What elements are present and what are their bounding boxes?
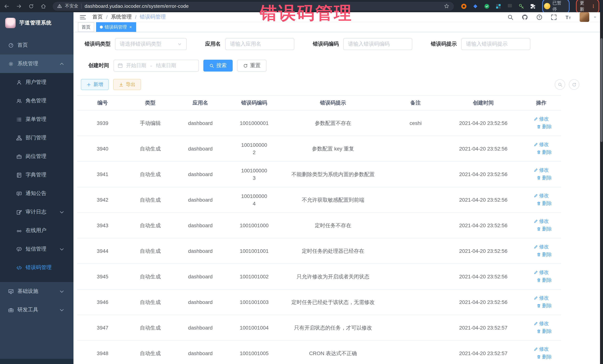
search-button[interactable]: 搜索 — [203, 60, 233, 72]
add-button[interactable]: 新增 — [81, 79, 109, 90]
edit-link[interactable]: 修改 — [533, 243, 549, 251]
filter-label: 错误码编码 — [313, 41, 339, 47]
sidebar-item-11[interactable]: 短信管理 — [0, 240, 73, 258]
table-row: 3946自动生成dashboard1001001003定时任务已经处于该状态，无… — [77, 289, 561, 315]
browser-forward-icon[interactable] — [16, 3, 22, 9]
delete-link[interactable]: 删除 — [537, 328, 552, 335]
export-button[interactable]: 导出 — [113, 79, 141, 90]
toggle-search-button[interactable] — [555, 79, 565, 90]
filter-input-1[interactable]: 请输入应用名 — [225, 38, 294, 50]
pencil-icon — [533, 168, 538, 172]
delete-link[interactable]: 删除 — [537, 225, 552, 233]
breadcrumb-item-1[interactable]: 系统管理 — [111, 14, 132, 20]
scrollbar-thumb[interactable] — [600, 38, 603, 142]
date-range-picker[interactable]: 开始日期 - 结束日期 — [114, 60, 199, 72]
url-text[interactable]: dashboard.yudao.iocoder.cn/system/error-… — [85, 3, 189, 9]
audit-icon — [16, 209, 22, 215]
delete-link[interactable]: 删除 — [537, 174, 552, 182]
error-type-select[interactable]: 请选择错误码类型 — [115, 38, 187, 50]
browser-menu-icon[interactable]: ⋮ — [591, 3, 596, 9]
fullscreen-icon[interactable] — [551, 14, 557, 20]
delete-link[interactable]: 删除 — [537, 276, 552, 284]
filter-item-3: 错误码提示请输入错误码提示 — [431, 38, 530, 50]
sidebar-item-9[interactable]: 审计日志 — [0, 203, 73, 221]
tab-1[interactable]: 错误码管理 — [96, 22, 136, 32]
extension-key-icon[interactable] — [518, 3, 524, 9]
edit-link[interactable]: 修改 — [533, 115, 549, 123]
filter-input-2[interactable]: 请输入错误码编码 — [343, 38, 412, 50]
delete-link[interactable]: 删除 — [537, 123, 552, 131]
filter-label: 错误码提示 — [431, 41, 457, 47]
extension-ring-icon[interactable] — [461, 3, 467, 9]
sidebar-item-5[interactable]: 部门管理 — [0, 129, 73, 147]
edit-link[interactable]: 修改 — [533, 166, 549, 174]
browser-home-icon[interactable] — [40, 3, 46, 9]
update-button[interactable]: 更新 ⋮ — [576, 0, 599, 14]
sidebar-item-4[interactable]: 菜单管理 — [0, 110, 73, 129]
close-icon[interactable] — [129, 25, 132, 29]
edit-link[interactable]: 修改 — [533, 141, 549, 148]
edit-link[interactable]: 修改 — [533, 345, 549, 353]
edit-link[interactable]: 修改 — [533, 269, 549, 276]
sidebar-item-13[interactable]: 基础设施 — [0, 282, 73, 301]
delete-link[interactable]: 删除 — [537, 251, 552, 258]
table-cell: dashboard — [173, 289, 228, 315]
table-cell: 自动生成 — [128, 187, 173, 213]
logo-avatar — [5, 18, 16, 28]
hamburger-icon[interactable] — [79, 13, 86, 21]
edit-link[interactable]: 修改 — [533, 218, 549, 225]
edit-link[interactable]: 修改 — [533, 192, 549, 199]
bookmark-star-icon[interactable] — [444, 3, 449, 9]
sidebar-item-6[interactable]: 岗位管理 — [0, 147, 73, 166]
code-icon — [16, 265, 22, 270]
filter-item-2: 错误码编码请输入错误码编码 — [313, 38, 412, 50]
sidebar-item-8[interactable]: 通知公告 — [0, 184, 73, 203]
extension-onoff-icon[interactable] — [507, 3, 513, 9]
delete-link[interactable]: 删除 — [537, 200, 552, 207]
extension-gem-icon[interactable] — [472, 3, 478, 9]
table-cell: 只有开启状态的任务，才可以修改 — [280, 315, 386, 341]
sidebar-item-3[interactable]: 角色管理 — [0, 92, 73, 110]
delete-link[interactable]: 删除 — [537, 149, 552, 156]
trash-icon — [537, 355, 541, 359]
edit-link[interactable]: 修改 — [533, 320, 549, 327]
logo[interactable]: 芋道管理系统 — [0, 12, 73, 34]
sidebar-item-2[interactable]: 用户管理 — [0, 73, 73, 92]
not-secure-warning-icon[interactable] — [57, 4, 62, 9]
tab-0[interactable]: 首页 — [78, 22, 94, 32]
profile-chip[interactable]: 已暂停 — [542, 0, 570, 14]
sidebar-item-0[interactable]: 首页 — [0, 36, 73, 55]
edit-link[interactable]: 修改 — [533, 294, 549, 302]
browser-reload-icon[interactable] — [28, 3, 34, 9]
avatar-caret-icon[interactable] — [593, 15, 597, 19]
extension-puzzle-icon[interactable] — [530, 3, 536, 9]
table-cell: 3944 — [77, 238, 128, 264]
delete-link[interactable]: 删除 — [537, 353, 552, 361]
operations-cell: 修改删除 — [521, 341, 561, 364]
help-icon[interactable]: ? — [536, 14, 543, 20]
operations-cell: 修改删除 — [521, 187, 561, 213]
breadcrumb-item-0[interactable]: 首页 — [93, 14, 103, 20]
filter-input-3[interactable]: 请输入错误码提示 — [461, 38, 530, 50]
sidebar-item-7[interactable]: 字典管理 — [0, 166, 73, 184]
sidebar-item-1[interactable]: 系统管理 — [0, 55, 73, 73]
extension-grid-icon[interactable] — [495, 3, 501, 9]
page-scrollbar[interactable] — [600, 12, 603, 364]
sidebar-item-12[interactable]: 错误码管理 — [0, 258, 73, 277]
address-bar[interactable]: 不安全 dashboard.yudao.iocoder.cn/system/er… — [53, 2, 454, 11]
refresh-table-button[interactable] — [569, 79, 579, 90]
sidebar-item-14[interactable]: 研发工具 — [0, 301, 73, 319]
sidebar-item-10[interactable]: 在线用户 — [0, 221, 73, 240]
search-icon — [209, 63, 214, 68]
table-cell: CRON 表达式不正确 — [280, 341, 386, 364]
user-avatar[interactable] — [580, 12, 589, 22]
reset-button[interactable]: 重置 — [237, 60, 267, 72]
font-size-icon[interactable]: TT — [565, 14, 571, 20]
table-cell: dashboard — [173, 213, 228, 238]
browser-back-icon[interactable] — [4, 3, 10, 9]
extension-green-icon[interactable] — [484, 3, 490, 9]
header-search-icon[interactable] — [507, 14, 514, 20]
delete-link[interactable]: 删除 — [537, 302, 552, 309]
github-icon[interactable] — [522, 14, 528, 20]
svg-text:T: T — [566, 15, 568, 20]
